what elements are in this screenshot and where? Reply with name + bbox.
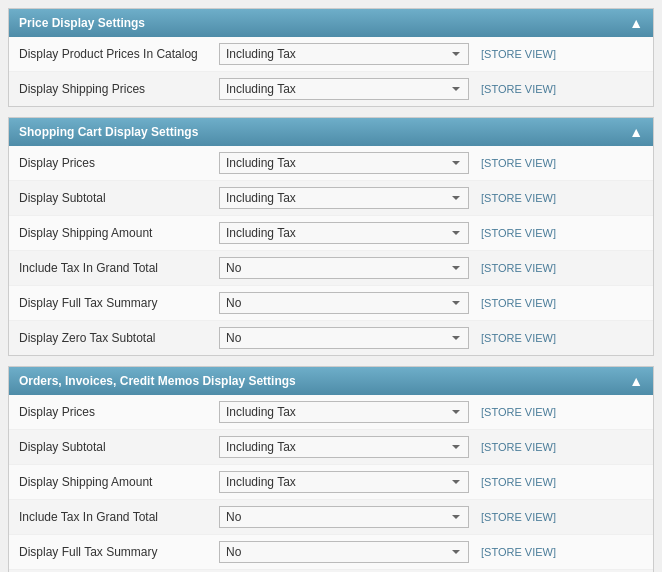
section-header-price-display[interactable]: Price Display Settings▲ [9, 9, 653, 37]
scope-link[interactable]: [STORE VIEW] [481, 48, 556, 60]
scope-link[interactable]: [STORE VIEW] [481, 406, 556, 418]
setting-label: Display Zero Tax Subtotal [19, 331, 219, 345]
setting-label: Display Shipping Amount [19, 475, 219, 489]
select-shopping-cart-2[interactable]: Including TaxExcluding TaxIncluding and … [219, 222, 469, 244]
setting-control: NoYes[STORE VIEW] [219, 257, 643, 279]
scope-link[interactable]: [STORE VIEW] [481, 297, 556, 309]
setting-control: Including TaxExcluding TaxIncluding and … [219, 436, 643, 458]
setting-label: Display Subtotal [19, 191, 219, 205]
select-price-display-0[interactable]: Including TaxExcluding TaxIncluding and … [219, 43, 469, 65]
setting-control: Including TaxExcluding TaxIncluding and … [219, 222, 643, 244]
setting-control: Including TaxExcluding TaxIncluding and … [219, 187, 643, 209]
scope-link[interactable]: [STORE VIEW] [481, 546, 556, 558]
table-row: Include Tax In Grand TotalNoYes[STORE VI… [9, 251, 653, 286]
scope-link[interactable]: [STORE VIEW] [481, 192, 556, 204]
section-header-shopping-cart[interactable]: Shopping Cart Display Settings▲ [9, 118, 653, 146]
section-body-orders-invoices: Display PricesIncluding TaxExcluding Tax… [9, 395, 653, 572]
table-row: Display Full Tax SummaryNoYes[STORE VIEW… [9, 286, 653, 321]
collapse-icon: ▲ [629, 373, 643, 389]
table-row: Display Zero Tax SubtotalNoYes[STORE VIE… [9, 321, 653, 355]
select-orders-invoices-0[interactable]: Including TaxExcluding TaxIncluding and … [219, 401, 469, 423]
setting-control: Including TaxExcluding TaxIncluding and … [219, 43, 643, 65]
scope-link[interactable]: [STORE VIEW] [481, 476, 556, 488]
select-orders-invoices-4[interactable]: NoYes [219, 541, 469, 563]
table-row: Display PricesIncluding TaxExcluding Tax… [9, 395, 653, 430]
setting-control: NoYes[STORE VIEW] [219, 292, 643, 314]
setting-label: Display Full Tax Summary [19, 296, 219, 310]
table-row: Display Full Tax SummaryNoYes[STORE VIEW… [9, 535, 653, 570]
scope-link[interactable]: [STORE VIEW] [481, 157, 556, 169]
select-shopping-cart-4[interactable]: NoYes [219, 292, 469, 314]
select-shopping-cart-5[interactable]: NoYes [219, 327, 469, 349]
section-title-orders-invoices: Orders, Invoices, Credit Memos Display S… [19, 374, 296, 388]
setting-label: Display Prices [19, 405, 219, 419]
section-body-shopping-cart: Display PricesIncluding TaxExcluding Tax… [9, 146, 653, 355]
setting-control: Including TaxExcluding TaxIncluding and … [219, 152, 643, 174]
setting-label: Display Full Tax Summary [19, 545, 219, 559]
section-title-shopping-cart: Shopping Cart Display Settings [19, 125, 198, 139]
setting-label: Display Subtotal [19, 440, 219, 454]
select-shopping-cart-0[interactable]: Including TaxExcluding TaxIncluding and … [219, 152, 469, 174]
scope-link[interactable]: [STORE VIEW] [481, 83, 556, 95]
select-orders-invoices-2[interactable]: Including TaxExcluding TaxIncluding and … [219, 471, 469, 493]
collapse-icon: ▲ [629, 124, 643, 140]
select-shopping-cart-3[interactable]: NoYes [219, 257, 469, 279]
setting-label: Include Tax In Grand Total [19, 261, 219, 275]
section-body-price-display: Display Product Prices In CatalogIncludi… [9, 37, 653, 106]
select-price-display-1[interactable]: Including TaxExcluding TaxIncluding and … [219, 78, 469, 100]
setting-control: NoYes[STORE VIEW] [219, 506, 643, 528]
section-orders-invoices: Orders, Invoices, Credit Memos Display S… [8, 366, 654, 572]
section-header-orders-invoices[interactable]: Orders, Invoices, Credit Memos Display S… [9, 367, 653, 395]
table-row: Display SubtotalIncluding TaxExcluding T… [9, 430, 653, 465]
select-orders-invoices-1[interactable]: Including TaxExcluding TaxIncluding and … [219, 436, 469, 458]
section-title-price-display: Price Display Settings [19, 16, 145, 30]
setting-control: Including TaxExcluding TaxIncluding and … [219, 471, 643, 493]
setting-label: Display Shipping Prices [19, 82, 219, 96]
setting-control: NoYes[STORE VIEW] [219, 541, 643, 563]
setting-label: Display Prices [19, 156, 219, 170]
scope-link[interactable]: [STORE VIEW] [481, 332, 556, 344]
select-shopping-cart-1[interactable]: Including TaxExcluding TaxIncluding and … [219, 187, 469, 209]
setting-label: Display Shipping Amount [19, 226, 219, 240]
table-row: Display SubtotalIncluding TaxExcluding T… [9, 181, 653, 216]
setting-control: Including TaxExcluding TaxIncluding and … [219, 401, 643, 423]
setting-control: Including TaxExcluding TaxIncluding and … [219, 78, 643, 100]
table-row: Display Shipping PricesIncluding TaxExcl… [9, 72, 653, 106]
table-row: Display Product Prices In CatalogIncludi… [9, 37, 653, 72]
table-row: Display Shipping AmountIncluding TaxExcl… [9, 216, 653, 251]
select-orders-invoices-3[interactable]: NoYes [219, 506, 469, 528]
collapse-icon: ▲ [629, 15, 643, 31]
table-row: Display Shipping AmountIncluding TaxExcl… [9, 465, 653, 500]
section-shopping-cart: Shopping Cart Display Settings▲Display P… [8, 117, 654, 356]
scope-link[interactable]: [STORE VIEW] [481, 511, 556, 523]
table-row: Display PricesIncluding TaxExcluding Tax… [9, 146, 653, 181]
scope-link[interactable]: [STORE VIEW] [481, 441, 556, 453]
setting-label: Display Product Prices In Catalog [19, 47, 219, 61]
setting-label: Include Tax In Grand Total [19, 510, 219, 524]
section-price-display: Price Display Settings▲Display Product P… [8, 8, 654, 107]
scope-link[interactable]: [STORE VIEW] [481, 262, 556, 274]
table-row: Include Tax In Grand TotalNoYes[STORE VI… [9, 500, 653, 535]
page-wrapper: Price Display Settings▲Display Product P… [0, 0, 662, 572]
setting-control: NoYes[STORE VIEW] [219, 327, 643, 349]
scope-link[interactable]: [STORE VIEW] [481, 227, 556, 239]
